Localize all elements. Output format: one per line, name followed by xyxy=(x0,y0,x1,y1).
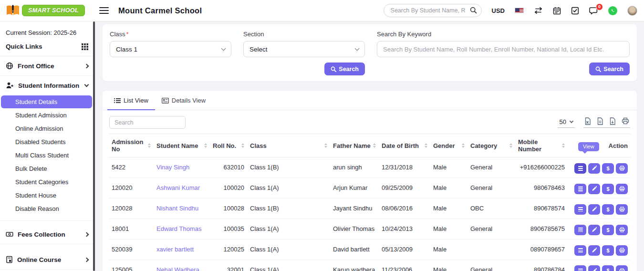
keyword-search-button[interactable]: Search xyxy=(589,63,630,75)
mobile-cell: 890786784 xyxy=(515,260,568,271)
action-cell: $ xyxy=(568,219,631,239)
fees-button[interactable]: $ xyxy=(602,265,614,271)
quick-links[interactable]: Quick Links xyxy=(0,41,95,56)
edit-button[interactable] xyxy=(588,225,600,235)
print-button[interactable] xyxy=(616,225,628,235)
view-button[interactable] xyxy=(574,163,586,174)
col-class[interactable]: Class xyxy=(247,134,330,157)
class-label: Class* xyxy=(110,31,231,38)
tab-details-view[interactable]: Details View xyxy=(155,91,212,110)
view-button[interactable] xyxy=(574,184,586,194)
view-button[interactable] xyxy=(574,245,586,256)
menu-toggle-icon[interactable] xyxy=(99,7,109,14)
col-admission-no[interactable]: Admission No xyxy=(109,134,154,157)
col-date-of-birth[interactable]: Date of Birth xyxy=(379,134,430,157)
sidebar-item-bulk-delete[interactable]: Bulk Delete xyxy=(1,162,92,175)
search-icon[interactable] xyxy=(470,7,477,14)
student-name-link[interactable]: Ashwani Kumar xyxy=(156,184,200,191)
export-excel-icon[interactable] xyxy=(584,117,591,125)
pencil-icon xyxy=(592,186,597,191)
table-search-input[interactable] xyxy=(109,116,186,129)
sidebar-item-online-course[interactable]: Online Course xyxy=(0,250,95,269)
dob-cell: 11/23/2006 xyxy=(379,260,430,271)
student-name-link[interactable]: Nishant Sindhu xyxy=(156,205,198,212)
fees-button[interactable]: $ xyxy=(602,245,614,256)
col-action: Action xyxy=(568,134,631,157)
view-button[interactable] xyxy=(574,225,586,235)
col-gender[interactable]: Gender xyxy=(430,134,467,157)
export-pdf-icon[interactable] xyxy=(609,117,616,125)
student-name-cell: Nishant Sindhu xyxy=(154,198,210,219)
printer-icon xyxy=(619,227,625,232)
tab-list-view[interactable]: List View xyxy=(107,91,155,110)
student-name-link[interactable]: xavier bartlett xyxy=(156,246,194,253)
print-table-icon[interactable] xyxy=(622,117,629,125)
edit-button[interactable] xyxy=(588,204,600,215)
col-category[interactable]: Category xyxy=(467,134,515,157)
fees-button[interactable]: $ xyxy=(602,163,614,174)
col-student-name[interactable]: Student Name xyxy=(154,134,210,157)
edit-button[interactable] xyxy=(588,184,600,194)
quick-links-label: Quick Links xyxy=(6,43,42,50)
student-name-link[interactable]: Vinay Singh xyxy=(156,164,189,171)
student-name-link[interactable]: Edward Thomas xyxy=(156,225,201,232)
student-name-link[interactable]: Nehal Wadhera xyxy=(156,266,199,271)
print-button[interactable] xyxy=(616,184,628,194)
global-search-input[interactable] xyxy=(384,4,482,17)
keyword-input[interactable] xyxy=(377,41,630,57)
print-button[interactable] xyxy=(616,265,628,271)
fees-button[interactable]: $ xyxy=(602,184,614,194)
page-size-select[interactable]: 50 xyxy=(558,117,575,128)
switch-arrows-icon[interactable] xyxy=(534,7,543,14)
class-cell: Class 1(A) xyxy=(247,239,330,260)
currency-selector[interactable]: USD xyxy=(492,7,505,14)
edit-button[interactable] xyxy=(588,265,600,271)
sidebar-item-disabled-students[interactable]: Disabled Students xyxy=(1,136,92,148)
father-name-cell: Jayant Sindhu xyxy=(330,198,379,219)
view-button[interactable] xyxy=(574,204,586,215)
sidebar-item-student-admission[interactable]: Student Admission xyxy=(1,109,92,122)
father-name-cell: arun singh xyxy=(330,157,379,178)
sidebar-item-student-details[interactable]: Student Details xyxy=(1,95,92,108)
student-name-cell: Nehal Wadhera xyxy=(154,260,210,271)
dollar-icon: $ xyxy=(606,268,609,271)
task-check-icon[interactable] xyxy=(571,7,579,15)
col-father-name[interactable]: Father Name xyxy=(330,134,379,157)
printer-icon xyxy=(619,268,625,271)
gender-cell: Male xyxy=(430,177,467,198)
print-button[interactable] xyxy=(616,204,628,215)
sidebar-scrollbar[interactable] xyxy=(93,21,95,271)
sidebar-item-online-admission[interactable]: Online Admission xyxy=(1,122,92,135)
sidebar-item-disable-reason[interactable]: Disable Reason xyxy=(1,202,92,215)
section-select[interactable]: Select xyxy=(243,41,365,57)
filter-panel: Class* Class 1 Section Select xyxy=(103,24,637,81)
sidebar-item-fees-collection[interactable]: Fees Collection xyxy=(0,225,95,244)
fees-button[interactable]: $ xyxy=(602,204,614,215)
sidebar-item-multi-class-student[interactable]: Multi Class Student xyxy=(1,149,92,162)
view-button[interactable] xyxy=(574,265,586,271)
user-avatar[interactable] xyxy=(627,6,637,16)
edit-button[interactable] xyxy=(588,163,600,174)
brand-logo[interactable]: SMART SCHOOL xyxy=(6,4,93,17)
messages-icon[interactable]: 0 xyxy=(589,7,598,15)
sort-icon xyxy=(462,143,465,148)
print-button[interactable] xyxy=(616,245,628,256)
fees-collection-icon xyxy=(6,230,13,238)
language-flag-icon[interactable] xyxy=(515,8,524,13)
fees-button[interactable]: $ xyxy=(602,225,614,235)
col-mobile-number[interactable]: Mobile Number xyxy=(515,134,568,157)
current-session-label: Current Session: 2025-26 xyxy=(0,26,95,41)
edit-button[interactable] xyxy=(588,245,600,256)
section-select-value: Select xyxy=(249,46,355,53)
sidebar-item-student-information[interactable]: Student Information xyxy=(0,76,95,95)
sidebar-item-student-house[interactable]: Student House xyxy=(1,189,92,202)
export-csv-icon[interactable] xyxy=(597,117,603,125)
print-button[interactable] xyxy=(616,163,628,174)
sidebar-item-front-office[interactable]: Front Office xyxy=(0,56,95,75)
whatsapp-icon[interactable] xyxy=(608,6,617,15)
sidebar-item-student-categories[interactable]: Student Categories xyxy=(1,176,92,188)
class-search-button[interactable]: Search xyxy=(324,63,365,75)
class-select[interactable]: Class 1 xyxy=(110,41,231,57)
col-roll-no[interactable]: Roll No. xyxy=(210,134,247,157)
calendar-icon[interactable] xyxy=(553,7,561,15)
